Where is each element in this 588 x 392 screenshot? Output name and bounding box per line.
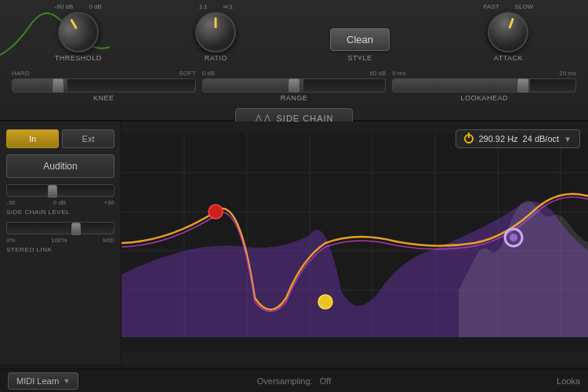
threshold-knob[interactable] <box>50 4 106 60</box>
eq-point-red[interactable] <box>209 205 223 219</box>
ratio-max: ∞:1 <box>223 3 233 10</box>
lookahead-group: 0 ms 20 ms LOOKAHEAD <box>392 70 576 102</box>
attack-group: FAST SLOW ATTACK <box>484 3 534 62</box>
knee-min: HARD <box>12 70 30 77</box>
knee-thumb[interactable] <box>53 78 64 93</box>
threshold-min: -60 dB <box>55 3 74 10</box>
power-icon[interactable] <box>464 134 474 143</box>
level-min: -36 <box>6 199 16 206</box>
stereo-label: STEREO LINK <box>6 246 114 253</box>
top-section: -60 dB 0 dB THRESHOLD 1:1 ∞:1 RATIO Clea… <box>0 0 588 122</box>
range-group: 0 dB 60 dB RANGE <box>202 70 387 102</box>
oversampling-text: Oversampling: Off <box>257 376 332 386</box>
lookahead-label: LOOKAHEAD <box>460 94 508 102</box>
midi-dropdown-arrow[interactable]: ▼ <box>63 377 70 385</box>
knee-label: KNEE <box>93 94 114 102</box>
midi-learn-label: MIDI Learn <box>16 376 59 386</box>
attack-label: ATTACK <box>494 54 523 62</box>
stereo-slider[interactable] <box>6 222 114 234</box>
lookahead-scale: 0 ms 20 ms <box>392 70 576 77</box>
knee-track[interactable] <box>12 78 196 93</box>
level-thumb[interactable] <box>48 185 57 198</box>
ratio-min: 1:1 <box>199 3 208 10</box>
stereo-scale: 0% 100% MID <box>6 237 114 244</box>
eq-point-yellow[interactable] <box>318 295 332 309</box>
stereo-min: 0% <box>6 237 16 244</box>
level-label: SIDE CHAIN LEVEL <box>6 209 114 216</box>
range-scale: 0 dB 60 dB <box>202 70 387 77</box>
threshold-group: -60 dB 0 dB THRESHOLD <box>55 3 102 62</box>
knee-group: HARD SOFT KNEE <box>12 70 196 102</box>
middle-section: In Ext Audition -36 0 dB +36 SIDE CHAIN … <box>0 122 588 365</box>
lookahead-status: Looka <box>557 376 580 386</box>
range-min: 0 dB <box>202 70 215 77</box>
stereo-slider-group: 0% 100% MID STEREO LINK <box>6 222 114 253</box>
in-ext-row: In Ext <box>6 129 114 148</box>
stereo-thumb[interactable] <box>71 223 81 235</box>
ratio-label: RATIO <box>205 54 227 62</box>
slope-value: 24 dB/oct <box>523 134 559 143</box>
style-button[interactable]: Clean <box>330 28 390 51</box>
ratio-group: 1:1 ∞:1 RATIO <box>195 3 236 62</box>
range-label: RANGE <box>281 94 308 102</box>
threshold-label: THRESHOLD <box>55 54 102 62</box>
in-button[interactable]: In <box>6 129 59 148</box>
style-label: STYLE <box>348 54 372 62</box>
eq-point-white-inner <box>510 234 517 241</box>
range-thumb[interactable] <box>289 78 299 93</box>
level-scale: -36 0 dB +36 <box>6 199 114 206</box>
range-track[interactable] <box>202 78 387 93</box>
stereo-max: MID <box>103 237 114 244</box>
freq-value: 290.92 Hz <box>478 134 517 143</box>
midi-learn-button[interactable]: MIDI Learn ▼ <box>8 372 78 390</box>
style-group: Clean STYLE <box>330 28 390 62</box>
attack-min: FAST <box>484 3 499 10</box>
eq-area: 290.92 Hz 24 dB/oct ▼ <box>122 122 588 365</box>
left-panel: In Ext Audition -36 0 dB +36 SIDE CHAIN … <box>0 122 122 365</box>
lookahead-thumb[interactable] <box>517 78 528 93</box>
freq-badge: 290.92 Hz 24 dB/oct ▼ <box>456 129 580 148</box>
attack-max: SLOW <box>515 3 534 10</box>
lookahead-min: 0 ms <box>392 70 405 77</box>
lookahead-track[interactable] <box>392 78 576 93</box>
audition-button[interactable]: Audition <box>6 154 114 178</box>
attack-knob[interactable] <box>482 6 535 59</box>
range-max: 60 dB <box>369 70 386 77</box>
knobs-row: -60 dB 0 dB THRESHOLD 1:1 ∞:1 RATIO Clea… <box>8 6 580 65</box>
level-slider-group: -36 0 dB +36 SIDE CHAIN LEVEL <box>6 184 114 216</box>
threshold-max: 0 dB <box>89 3 101 10</box>
knee-scale: HARD SOFT <box>12 70 196 77</box>
lookahead-max: 20 ms <box>559 70 576 77</box>
level-mid: 0 dB <box>53 199 66 206</box>
level-slider[interactable] <box>6 184 114 197</box>
knee-max: SOFT <box>179 70 195 77</box>
stereo-mid: 100% <box>51 237 67 244</box>
level-max: +36 <box>103 199 114 206</box>
ratio-knob[interactable] <box>195 12 236 53</box>
eq-svg <box>122 122 588 365</box>
bottom-bar: MIDI Learn ▼ Oversampling: Off Looka <box>0 368 588 392</box>
ext-button[interactable]: Ext <box>62 129 114 148</box>
sliders-row: HARD SOFT KNEE 0 dB 60 dB RANGE <box>8 70 580 102</box>
freq-dropdown-arrow[interactable]: ▼ <box>564 135 572 143</box>
